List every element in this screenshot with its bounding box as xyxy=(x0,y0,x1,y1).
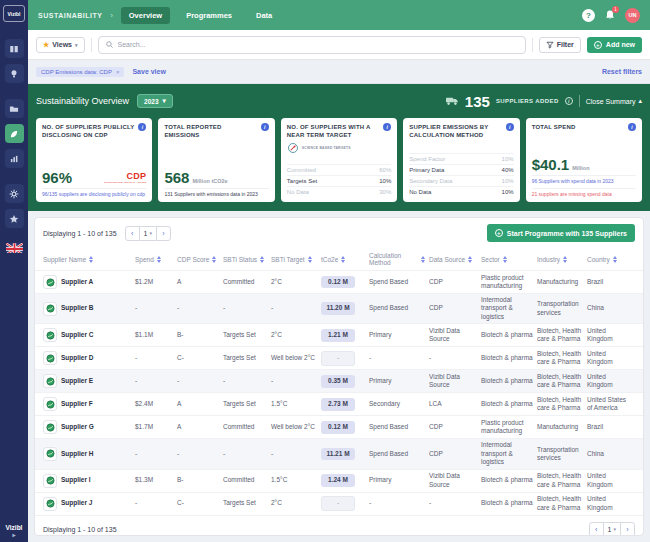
gear-icon[interactable] xyxy=(5,184,24,203)
search-box[interactable] xyxy=(98,36,526,54)
filter-button[interactable]: Filter xyxy=(539,37,581,53)
leaf-icon[interactable] xyxy=(5,124,24,143)
uk-flag-icon[interactable] xyxy=(6,241,23,253)
sort-icon[interactable] xyxy=(613,256,617,263)
sort-icon[interactable] xyxy=(503,256,507,263)
sort-icon[interactable] xyxy=(421,256,425,263)
column-header[interactable]: SBTi Status xyxy=(223,256,271,263)
table-row[interactable]: Supplier F$2.4MATargets Set1.5°C2.73 MSe… xyxy=(35,392,643,415)
sort-icon[interactable] xyxy=(563,256,567,263)
supplier-logo-icon xyxy=(43,302,57,316)
table-row[interactable]: Supplier A$1.2MACommitted2°C0.12 MSpend … xyxy=(35,270,643,293)
sort-icon[interactable] xyxy=(308,256,312,263)
sidebar-footer-logo[interactable]: Vizibl ▸ xyxy=(6,524,23,538)
stat-value: 10% xyxy=(502,189,514,195)
table-row[interactable]: Supplier D-C-Targets SetWell below 2°C--… xyxy=(35,346,643,369)
help-icon[interactable]: ? xyxy=(582,9,595,22)
notification-badge: 1 xyxy=(612,6,619,13)
tab-programmes[interactable]: Programmes xyxy=(178,7,240,24)
supplier-cell: Supplier G xyxy=(43,420,135,434)
prev-page-button[interactable]: ‹ xyxy=(589,522,604,536)
cell-spend: - xyxy=(135,354,177,362)
book-icon[interactable] xyxy=(5,39,24,58)
search-input[interactable] xyxy=(118,41,519,48)
cell-tco2e: 1.21 M xyxy=(321,329,369,341)
column-header[interactable]: Industry xyxy=(537,256,587,263)
sort-icon[interactable] xyxy=(260,256,264,263)
cell-tco2e: - xyxy=(321,496,369,510)
supplier-cell: Supplier H xyxy=(43,447,135,461)
info-icon[interactable]: i xyxy=(565,97,573,105)
stat-label: Primary Data xyxy=(409,167,444,173)
cell-cdp_score: - xyxy=(177,304,223,312)
table-row[interactable]: Supplier G$1.7MACommittedWell below 2°C0… xyxy=(35,415,643,438)
stat-list: Spend Factor10%Primary Data40%Secondary … xyxy=(409,153,513,197)
next-page-button[interactable]: › xyxy=(156,226,171,241)
column-header[interactable]: CDP Score xyxy=(177,256,223,263)
cell-data_source: CDP xyxy=(429,423,481,431)
tab-data[interactable]: Data xyxy=(248,7,280,24)
close-summary-button[interactable]: Close Summary ▴ xyxy=(586,97,642,105)
column-header[interactable]: tCo2e xyxy=(321,256,369,263)
info-icon[interactable]: i xyxy=(506,123,514,131)
filter-chip[interactable]: CDP Emissions data: CDP × xyxy=(36,67,124,77)
expand-arrow-icon[interactable]: ▸ xyxy=(6,531,23,538)
column-header[interactable]: Country xyxy=(587,256,635,263)
tab-overview[interactable]: Overview xyxy=(121,7,170,24)
table-row[interactable]: Supplier J-C-Targets Set2°C---Biotech & … xyxy=(35,492,643,515)
close-icon[interactable]: × xyxy=(116,69,120,75)
sort-icon[interactable] xyxy=(157,256,161,263)
cell-sbti_target: - xyxy=(271,377,321,385)
table-row[interactable]: Supplier B----11.20 MSpend BasedCDPInter… xyxy=(35,293,643,323)
table-row[interactable]: Supplier E----0.35 MPrimaryVizibl Data S… xyxy=(35,369,643,392)
year-select[interactable]: 2023 ▾ xyxy=(137,94,173,108)
cell-cdp_score: - xyxy=(177,377,223,385)
vizibl-logo[interactable]: Vizibl xyxy=(3,5,25,22)
displaying-count: Displaying 1 - 10 of 135 xyxy=(43,526,117,533)
sort-icon[interactable] xyxy=(468,256,472,263)
sort-icon[interactable] xyxy=(89,256,93,263)
cell-calculation_method: Spend Based xyxy=(369,278,429,286)
info-icon[interactable]: i xyxy=(628,123,636,131)
cell-country: United Kingdom xyxy=(587,472,635,489)
reset-filters-link[interactable]: Reset filters xyxy=(602,68,642,75)
sort-icon[interactable] xyxy=(341,256,345,263)
truck-icon xyxy=(446,96,459,106)
breadcrumb[interactable]: SUSTAINABILITY xyxy=(38,12,102,19)
kpi-value: 568 xyxy=(164,170,189,185)
info-icon[interactable]: i xyxy=(138,123,146,131)
column-header-label: Spend xyxy=(135,256,154,263)
cell-industry: Biotech, Health care & Pharma xyxy=(537,396,587,413)
column-header[interactable]: Calculation Method xyxy=(369,252,429,266)
table-row[interactable]: Supplier C$1.1MB-Targets Set2°C1.21 MPri… xyxy=(35,323,643,346)
bar-chart-icon[interactable] xyxy=(5,149,24,168)
supplier-name: Supplier D xyxy=(61,354,94,362)
table-row[interactable]: Supplier H----11.21 MSpend BasedCDPInter… xyxy=(35,438,643,468)
user-avatar[interactable]: UN xyxy=(625,8,640,23)
cell-country: United States of America xyxy=(587,396,635,413)
notifications-bell-icon[interactable]: 1 xyxy=(603,8,617,22)
table-row[interactable]: Supplier I$1.3MB-Committed1.5°C1.24 MPri… xyxy=(35,469,643,492)
star-icon[interactable] xyxy=(5,209,24,228)
save-view-link[interactable]: Save view xyxy=(132,68,165,75)
page-select[interactable]: 1 ▾ xyxy=(604,522,620,536)
add-new-button[interactable]: + Add new xyxy=(587,37,642,53)
info-icon[interactable]: i xyxy=(261,123,269,131)
page-select[interactable]: 1 ▾ xyxy=(140,226,156,241)
views-button[interactable]: ★ Views ▾ xyxy=(36,37,85,53)
column-header[interactable]: Sector xyxy=(481,256,537,263)
next-page-button[interactable]: › xyxy=(620,522,635,536)
lightbulb-icon[interactable] xyxy=(5,64,24,83)
info-icon[interactable]: i xyxy=(383,123,391,131)
column-header[interactable]: Supplier Name xyxy=(43,256,135,263)
sort-icon[interactable] xyxy=(212,256,216,263)
funnel-icon xyxy=(546,41,554,49)
folder-icon[interactable] xyxy=(5,99,24,118)
prev-page-button[interactable]: ‹ xyxy=(125,226,140,241)
column-header[interactable]: SBTi Target xyxy=(271,256,321,263)
page-title: Sustainability Overview xyxy=(36,96,129,106)
column-header[interactable]: Spend xyxy=(135,256,177,263)
start-programme-button[interactable]: + Start Programme with 135 Suppliers xyxy=(487,224,635,242)
cell-sbti_target: 2°C xyxy=(271,331,321,339)
column-header[interactable]: Data Source xyxy=(429,256,481,263)
